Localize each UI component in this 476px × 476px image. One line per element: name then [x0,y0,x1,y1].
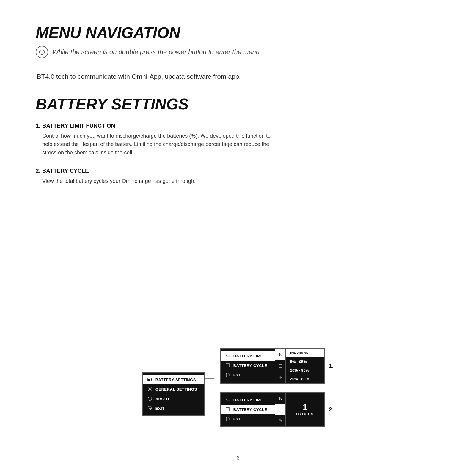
sub-menu-1: % BATTERY LIMIT BATTERY CYCLE [220,348,275,384]
sub1-exit-label: EXIT [233,373,243,377]
exit-icon-main [147,406,153,411]
sub-menus: % BATTERY LIMIT BATTERY CYCLE [220,348,334,427]
icon-cell-1-cycle [275,360,285,372]
section-1-title: BATTERY LIMIT FUNCTION [42,122,115,129]
section-2-body: View the total battery cycles your Omnic… [36,177,279,186]
diagram2-row: % BATTERY LIMIT BATTERY CYCLE [220,392,334,427]
diagram-inner: BATTERY SETTINGS GENERAL SETTINGS [142,348,334,446]
power-instruction: While the screen is on double press the … [52,48,260,56]
options-panel-1: 0% -100% 5% - 95% 10% - 90% 20% - 80% [286,348,325,384]
sub1-battery-cycle-label: BATTERY CYCLE [233,363,267,368]
cycles-panel: 1 CYCLES [286,392,325,427]
main-menu-item-general: GENERAL SETTINGS [143,384,204,394]
cycles-number: 1 [303,403,307,412]
option-5-95: 5% - 95% [286,357,324,366]
icon-cell-2-cycle [275,404,285,415]
page: MENU NAVIGATION While the screen is on d… [0,0,476,476]
percent-icon-2: % [225,397,230,403]
sub1-battery-limit-label: BATTERY LIMIT [233,354,264,358]
option-0-100: 0% -100% [286,349,324,357]
cycles-label: CYCLES [296,412,314,416]
divider-2 [36,89,440,89]
main-menu-general-label: GENERAL SETTINGS [155,387,197,392]
menu-nav-title: MENU NAVIGATION [36,24,440,42]
gear-icon [147,387,153,392]
main-menu-about-label: ABOUT [155,397,170,401]
icon-cell-1-percent: % [275,349,285,360]
battery-cycle-icon-2 [225,407,230,412]
icon-cell-2-exit [275,415,285,426]
svg-point-4 [149,389,150,390]
svg-rect-2 [151,379,152,380]
sub2-exit-label: EXIT [233,417,243,421]
main-menu-battery-label: BATTERY SETTINGS [155,378,196,382]
sub-menu-2: % BATTERY LIMIT BATTERY CYCLE [220,392,275,427]
sub1-battery-limit: % BATTERY LIMIT [221,351,275,361]
svg-rect-11 [279,365,282,367]
option-20-80: 20% - 80% [286,375,324,383]
section-2-number: 2. [36,168,40,174]
diagram1-label: 1. [329,363,334,370]
page-number: 6 [236,455,239,461]
battery-cycle-section: 2. BATTERY CYCLE View the total battery … [36,168,440,186]
battery-limit-section: 1. BATTERY LIMIT FUNCTION Control how mu… [36,122,440,157]
sub2-battery-cycle-label: BATTERY CYCLE [233,407,267,412]
icon-col-2: % [275,392,286,427]
diagram1-row: % BATTERY LIMIT BATTERY CYCLE [220,348,334,384]
main-menu-item-about: i ABOUT [143,394,204,403]
icon-cell-1-exit [275,372,285,383]
sub2-exit: EXIT [221,414,275,424]
sub1-battery-cycle: BATTERY CYCLE [221,361,275,370]
sub2-battery-cycle: BATTERY CYCLE [221,405,275,414]
sub2-battery-limit-label: BATTERY LIMIT [233,398,264,402]
section-2-title: BATTERY CYCLE [42,168,89,174]
main-menu-item-battery: BATTERY SETTINGS [143,375,204,384]
section-1-number: 1. [36,122,40,129]
exit-icon-sub2 [225,416,230,422]
exit-icon-sub1 [225,372,230,378]
svg-text:i: i [149,398,150,400]
sub2-battery-limit: % BATTERY LIMIT [221,395,275,405]
diagram-area: BATTERY SETTINGS GENERAL SETTINGS [36,348,440,446]
power-icon [36,46,48,58]
battery-limit-heading: 1. BATTERY LIMIT FUNCTION [36,122,440,129]
power-row: While the screen is on double press the … [36,46,440,58]
svg-rect-13 [279,408,282,411]
info-icon: i [147,396,153,401]
bt-text: BT4.0 tech to communicate with Omni-App,… [36,73,440,81]
battery-icon [147,377,153,382]
icon-col-1: % [275,348,286,384]
diagram2-label: 2. [329,406,334,413]
icon-cell-2-percent: % [275,393,285,404]
battery-settings-title: BATTERY SETTINGS [36,95,440,113]
svg-rect-10 [226,364,230,367]
sub1-exit: EXIT [221,370,275,380]
divider-1 [36,67,440,67]
svg-rect-3 [148,379,150,381]
percent-icon-1: % [225,353,230,359]
battery-cycle-heading: 2. BATTERY CYCLE [36,168,440,174]
battery-cycle-icon-1 [225,363,230,368]
main-menu: BATTERY SETTINGS GENERAL SETTINGS [142,372,205,416]
main-menu-exit-label: EXIT [155,406,165,411]
section-1-body: Control how much you want to discharge/c… [36,132,279,157]
main-menu-item-exit: EXIT [143,403,204,413]
svg-rect-12 [226,408,230,411]
option-10-90: 10% - 90% [286,366,324,375]
